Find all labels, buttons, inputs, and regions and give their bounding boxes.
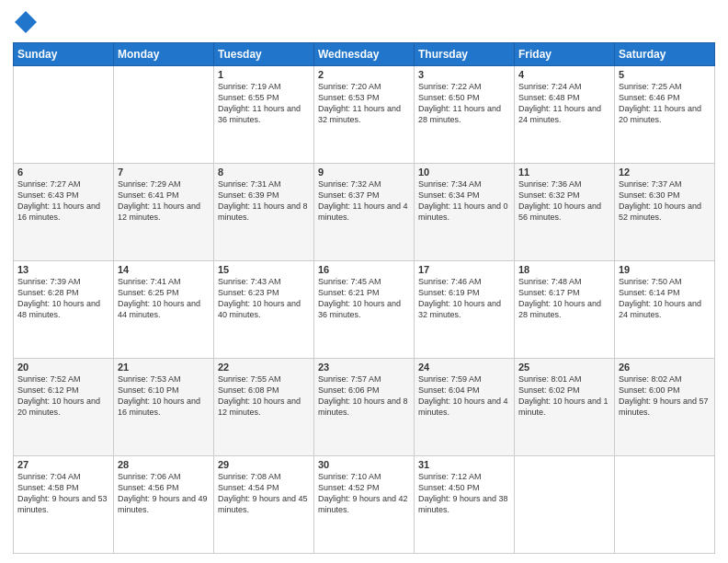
day-number: 13 [17,264,109,275]
day-number: 6 [17,167,109,178]
day-cell: 4Sunrise: 7:24 AM Sunset: 6:48 PM Daylig… [515,66,615,164]
day-info: Sunrise: 7:04 AM Sunset: 4:58 PM Dayligh… [17,471,109,516]
day-info: Sunrise: 7:31 AM Sunset: 6:39 PM Dayligh… [218,178,310,224]
day-cell: 11Sunrise: 7:36 AM Sunset: 6:32 PM Dayli… [515,164,615,261]
day-number: 23 [318,362,410,373]
day-number: 22 [218,362,310,373]
day-header-thursday: Thursday [415,43,515,66]
day-cell: 14Sunrise: 7:41 AM Sunset: 6:25 PM Dayli… [114,261,214,359]
day-number: 26 [619,362,711,373]
day-cell: 24Sunrise: 7:59 AM Sunset: 6:04 PM Dayli… [415,359,515,456]
day-info: Sunrise: 7:48 AM Sunset: 6:17 PM Dayligh… [518,276,610,321]
day-info: Sunrise: 7:55 AM Sunset: 6:08 PM Dayligh… [218,373,310,419]
day-info: Sunrise: 7:37 AM Sunset: 6:30 PM Dayligh… [619,178,711,224]
day-number: 24 [418,362,510,373]
day-header-friday: Friday [515,43,615,66]
day-header-saturday: Saturday [615,43,715,66]
day-number: 21 [118,362,210,373]
day-cell: 28Sunrise: 7:06 AM Sunset: 4:56 PM Dayli… [114,456,214,554]
day-number: 18 [518,264,610,275]
day-cell: 19Sunrise: 7:50 AM Sunset: 6:14 PM Dayli… [615,261,715,359]
day-header-tuesday: Tuesday [214,43,314,66]
day-info: Sunrise: 8:01 AM Sunset: 6:02 PM Dayligh… [518,373,610,419]
day-cell: 13Sunrise: 7:39 AM Sunset: 6:28 PM Dayli… [14,261,114,359]
week-row-1: 1Sunrise: 7:19 AM Sunset: 6:55 PM Daylig… [14,66,715,164]
day-info: Sunrise: 7:50 AM Sunset: 6:14 PM Dayligh… [619,276,711,321]
day-cell: 1Sunrise: 7:19 AM Sunset: 6:55 PM Daylig… [214,66,314,164]
day-info: Sunrise: 7:52 AM Sunset: 6:12 PM Dayligh… [17,373,109,419]
day-cell [515,456,615,554]
day-number: 7 [118,167,210,178]
day-info: Sunrise: 7:27 AM Sunset: 6:43 PM Dayligh… [17,178,109,224]
day-info: Sunrise: 7:24 AM Sunset: 6:48 PM Dayligh… [518,81,610,126]
week-row-4: 20Sunrise: 7:52 AM Sunset: 6:12 PM Dayli… [14,359,715,456]
day-info: Sunrise: 7:34 AM Sunset: 6:34 PM Dayligh… [418,178,510,224]
day-cell: 30Sunrise: 7:10 AM Sunset: 4:52 PM Dayli… [314,456,415,554]
day-info: Sunrise: 7:39 AM Sunset: 6:28 PM Dayligh… [17,276,109,321]
day-number: 1 [218,69,310,80]
day-number: 8 [218,167,310,178]
day-number: 16 [318,264,410,275]
day-number: 19 [619,264,711,275]
day-header-wednesday: Wednesday [314,43,415,66]
day-number: 25 [518,362,610,373]
day-number: 15 [218,264,310,275]
day-number: 4 [518,69,610,80]
day-info: Sunrise: 7:57 AM Sunset: 6:06 PM Dayligh… [318,373,410,419]
day-number: 3 [418,69,510,80]
calendar-table: SundayMondayTuesdayWednesdayThursdayFrid… [13,42,715,554]
day-info: Sunrise: 7:36 AM Sunset: 6:32 PM Dayligh… [518,178,610,224]
day-info: Sunrise: 7:41 AM Sunset: 6:25 PM Dayligh… [118,276,210,321]
day-cell: 10Sunrise: 7:34 AM Sunset: 6:34 PM Dayli… [415,164,515,261]
day-info: Sunrise: 7:19 AM Sunset: 6:55 PM Dayligh… [218,81,310,126]
day-cell [14,66,114,164]
day-info: Sunrise: 8:02 AM Sunset: 6:00 PM Dayligh… [619,373,711,419]
logo-icon [13,9,39,35]
day-number: 20 [17,362,109,373]
day-cell: 21Sunrise: 7:53 AM Sunset: 6:10 PM Dayli… [114,359,214,456]
day-cell: 7Sunrise: 7:29 AM Sunset: 6:41 PM Daylig… [114,164,214,261]
day-number: 14 [118,264,210,275]
day-number: 10 [418,167,510,178]
week-row-3: 13Sunrise: 7:39 AM Sunset: 6:28 PM Dayli… [14,261,715,359]
day-number: 5 [619,69,711,80]
day-number: 27 [17,459,109,470]
day-info: Sunrise: 7:59 AM Sunset: 6:04 PM Dayligh… [418,373,510,419]
day-cell: 22Sunrise: 7:55 AM Sunset: 6:08 PM Dayli… [214,359,314,456]
day-cell [615,456,715,554]
header-row: SundayMondayTuesdayWednesdayThursdayFrid… [14,43,715,66]
day-header-sunday: Sunday [14,43,114,66]
day-cell: 17Sunrise: 7:46 AM Sunset: 6:19 PM Dayli… [415,261,515,359]
day-cell: 18Sunrise: 7:48 AM Sunset: 6:17 PM Dayli… [515,261,615,359]
day-info: Sunrise: 7:08 AM Sunset: 4:54 PM Dayligh… [218,471,310,516]
day-cell: 15Sunrise: 7:43 AM Sunset: 6:23 PM Dayli… [214,261,314,359]
day-info: Sunrise: 7:46 AM Sunset: 6:19 PM Dayligh… [418,276,510,321]
day-info: Sunrise: 7:10 AM Sunset: 4:52 PM Dayligh… [318,471,410,516]
svg-marker-0 [15,11,37,33]
day-info: Sunrise: 7:29 AM Sunset: 6:41 PM Dayligh… [118,178,210,224]
day-cell: 9Sunrise: 7:32 AM Sunset: 6:37 PM Daylig… [314,164,415,261]
day-info: Sunrise: 7:06 AM Sunset: 4:56 PM Dayligh… [118,471,210,516]
day-cell: 23Sunrise: 7:57 AM Sunset: 6:06 PM Dayli… [314,359,415,456]
day-number: 9 [318,167,410,178]
day-info: Sunrise: 7:20 AM Sunset: 6:53 PM Dayligh… [318,81,410,126]
day-cell: 26Sunrise: 8:02 AM Sunset: 6:00 PM Dayli… [615,359,715,456]
day-info: Sunrise: 7:32 AM Sunset: 6:37 PM Dayligh… [318,178,410,224]
day-number: 12 [619,167,711,178]
day-info: Sunrise: 7:53 AM Sunset: 6:10 PM Dayligh… [118,373,210,419]
day-info: Sunrise: 7:45 AM Sunset: 6:21 PM Dayligh… [318,276,410,321]
day-number: 30 [318,459,410,470]
day-cell: 8Sunrise: 7:31 AM Sunset: 6:39 PM Daylig… [214,164,314,261]
day-number: 29 [218,459,310,470]
week-row-2: 6Sunrise: 7:27 AM Sunset: 6:43 PM Daylig… [14,164,715,261]
page: SundayMondayTuesdayWednesdayThursdayFrid… [0,0,728,563]
day-cell: 29Sunrise: 7:08 AM Sunset: 4:54 PM Dayli… [214,456,314,554]
day-number: 17 [418,264,510,275]
day-cell: 6Sunrise: 7:27 AM Sunset: 6:43 PM Daylig… [14,164,114,261]
week-row-5: 27Sunrise: 7:04 AM Sunset: 4:58 PM Dayli… [14,456,715,554]
header [13,9,715,35]
day-header-monday: Monday [114,43,214,66]
day-number: 11 [518,167,610,178]
day-cell: 5Sunrise: 7:25 AM Sunset: 6:46 PM Daylig… [615,66,715,164]
day-cell: 31Sunrise: 7:12 AM Sunset: 4:50 PM Dayli… [415,456,515,554]
